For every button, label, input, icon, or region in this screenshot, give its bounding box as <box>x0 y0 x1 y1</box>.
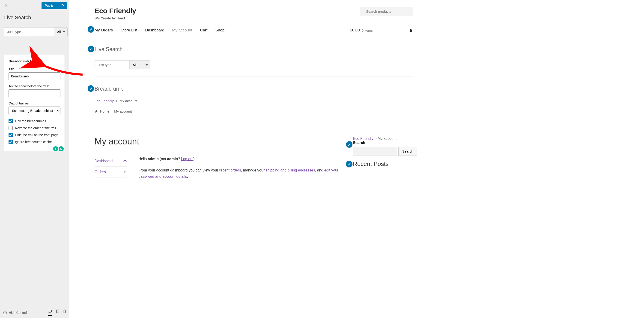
home-icon <box>94 110 98 113</box>
publish-button[interactable]: Publish <box>42 2 58 9</box>
side-search-input[interactable] <box>353 147 397 156</box>
live-search-filter[interactable]: All <box>54 27 68 36</box>
grammarly-icon[interactable]: G <box>58 146 64 151</box>
helper-icon-green[interactable]: ▾ <box>53 146 58 151</box>
before-trail-input[interactable] <box>8 89 60 97</box>
nav-store-list[interactable]: Store List <box>121 28 137 33</box>
reverse-order-label: Reverse the order of the trail <box>15 126 56 130</box>
desktop-icon[interactable] <box>48 309 52 316</box>
logout-link[interactable]: Log out <box>181 157 193 161</box>
side-search-button[interactable]: Search <box>398 147 417 156</box>
output-trail-label: Output trail as: <box>8 101 60 105</box>
account-nav-orders[interactable]: Orders <box>94 167 127 178</box>
edit-live-search-icon[interactable] <box>88 46 94 52</box>
reverse-order-checkbox[interactable] <box>8 126 13 130</box>
product-search[interactable] <box>360 7 413 16</box>
hide-controls-button[interactable]: Hide Controls <box>3 311 44 314</box>
nav-shop[interactable]: Shop <box>215 28 224 33</box>
divider <box>4 24 65 24</box>
section-title: Live Search <box>4 15 65 21</box>
widget-heading: Breadcrumb NavXT <box>8 59 60 63</box>
preview-live-search-input[interactable] <box>94 60 130 69</box>
search-widget-label: Search <box>353 141 413 145</box>
basket-icon <box>409 28 413 32</box>
widget-editor-box: Breadcrumb NavXT Title: Text to show bef… <box>4 55 65 151</box>
nav-dashboard[interactable]: Dashboard <box>145 28 164 33</box>
edit-recent-posts-icon[interactable] <box>346 161 352 167</box>
breadcrumb-home-link[interactable]: Eco Friendly <box>94 99 114 103</box>
mobile-icon[interactable] <box>64 309 66 316</box>
svg-point-5 <box>125 161 126 162</box>
svg-rect-1 <box>48 310 52 312</box>
edit-breadcrumb-icon[interactable] <box>88 85 94 92</box>
product-search-input[interactable] <box>366 10 410 14</box>
site-tagline: We Create by Hand <box>94 16 136 20</box>
close-icon[interactable]: ✕ <box>2 2 10 9</box>
hide-front-label: Hide the trail on the front page <box>15 133 58 137</box>
breadcrumb-trail: Eco Friendly > My account <box>94 99 413 103</box>
title-input[interactable] <box>8 72 60 80</box>
tablet-icon[interactable] <box>56 309 59 316</box>
svg-rect-2 <box>56 310 59 313</box>
edit-search-widget-icon[interactable] <box>346 141 352 148</box>
output-trail-select[interactable]: Schema.org BreadcrumbList (R <box>8 106 60 115</box>
cart-summary[interactable]: $0.00 0 items <box>350 28 413 33</box>
svg-rect-3 <box>64 310 65 313</box>
account-nav-dashboard[interactable]: Dashboard <box>94 156 127 167</box>
secondary-breadcrumb: Home › My account <box>94 109 413 113</box>
account-body: Hello admin (not admin? Log out) From yo… <box>138 156 344 180</box>
live-search-input[interactable] <box>4 27 54 36</box>
edit-nav-icon[interactable] <box>88 26 94 33</box>
breadcrumb-current: My account <box>120 99 137 103</box>
link-breadcrumbs-label: Link the breadcrumbs <box>15 119 46 123</box>
gauge-icon <box>123 160 127 163</box>
shipping-billing-link[interactable]: shipping and billing addresses <box>266 168 315 172</box>
ignore-cache-label: Ignore breadcrumb cache <box>15 140 52 144</box>
before-trail-label: Text to show before the trail: <box>8 84 60 88</box>
breadcrumb-heading: Breadcrumb <box>94 86 413 92</box>
recent-posts-heading: Recent Posts <box>353 161 413 168</box>
nav-my-account[interactable]: My account <box>172 28 192 33</box>
live-search-heading: Live Search <box>94 46 413 53</box>
title-label: Title: <box>8 67 60 71</box>
site-title: Eco Friendly <box>94 7 136 15</box>
basket-outline-icon <box>124 170 127 174</box>
sidebar-footer: Hide Controls <box>0 307 69 318</box>
sidebar-top-bar: ✕ Publish <box>0 0 69 11</box>
link-breadcrumbs-checkbox[interactable] <box>8 119 13 123</box>
recent-orders-link[interactable]: recent orders <box>219 168 241 172</box>
hide-front-checkbox[interactable] <box>8 133 13 137</box>
page-title: My account <box>94 136 344 146</box>
preview-live-search-filter[interactable]: All <box>130 60 150 69</box>
nav-cart[interactable]: Cart <box>200 28 207 33</box>
side-breadcrumb: Eco Friendly > My account <box>353 136 413 141</box>
customizer-sidebar: ✕ Publish Live Search All Breadcrumb Nav… <box>0 0 69 318</box>
nav-my-orders[interactable]: My Orders <box>94 28 113 33</box>
cart-items-count: 0 items <box>362 29 373 32</box>
preview-pane: Eco Friendly We Create by Hand My Orders… <box>69 0 644 318</box>
cart-amount: $0.00 <box>350 28 360 33</box>
home-link[interactable]: Home <box>100 109 109 113</box>
ignore-cache-checkbox[interactable] <box>8 140 13 144</box>
gear-icon[interactable] <box>58 2 67 9</box>
side-crumb-home[interactable]: Eco Friendly <box>353 136 374 140</box>
